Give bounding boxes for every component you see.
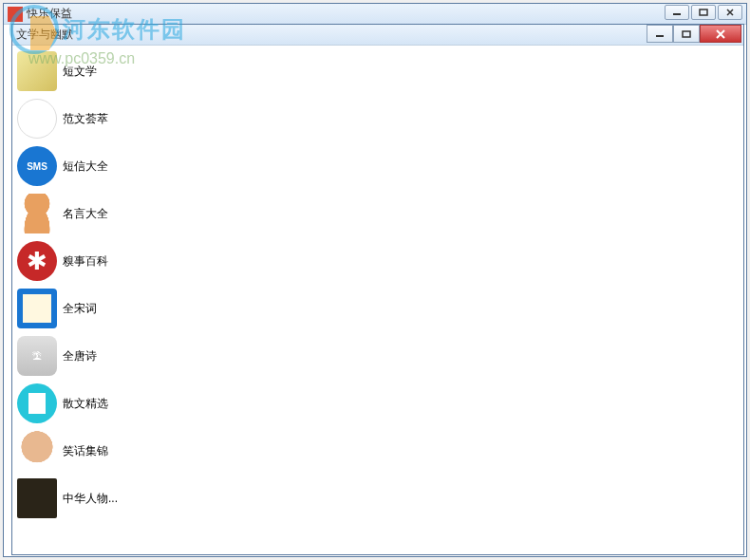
minimize-button[interactable] [665,5,689,20]
inner-titlebar[interactable]: 文学与幽默 [12,25,743,46]
face-icon [17,431,57,471]
book-icon [17,289,57,328]
list-item-people[interactable]: 中华人物... [13,475,742,522]
maximize-button[interactable] [691,5,716,20]
outer-window-title: 快乐保益 [27,6,72,22]
minimize-button[interactable] [647,25,673,43]
svg-rect-3 [683,31,690,37]
outer-titlebar[interactable]: 快乐保益 [4,4,746,25]
app-icon [8,7,23,22]
document-icon [17,383,57,423]
outer-window-controls [665,5,742,20]
content-area: 短文学 范文荟萃 SMS 短信大全 名言大全 ✱ 糗事百科 全宋词 🏝 全唐诗 … [13,47,742,553]
list-item-essays[interactable]: 范文荟萃 [13,95,742,142]
palette-icon [17,99,57,139]
painting-icon [17,478,57,518]
inner-window-controls [647,25,741,43]
inner-window-title: 文学与幽默 [16,27,73,43]
list-item-label: 笑话集锦 [63,443,108,459]
list-item-prose[interactable]: 散文精选 [13,380,742,427]
list-item-label: 散文精选 [63,396,108,412]
close-button[interactable] [700,25,741,43]
svg-rect-2 [656,35,664,37]
close-button[interactable] [718,5,742,20]
inner-window: 文学与幽默 短文学 范文荟萃 SMS 短信大全 名言大全 ✱ 糗事百科 [11,24,744,555]
maximize-button[interactable] [673,25,700,43]
svg-rect-1 [700,9,707,15]
svg-rect-0 [673,13,681,15]
list-item-label: 中华人物... [63,491,118,507]
list-item-jokes[interactable]: 笑话集锦 [13,427,742,475]
